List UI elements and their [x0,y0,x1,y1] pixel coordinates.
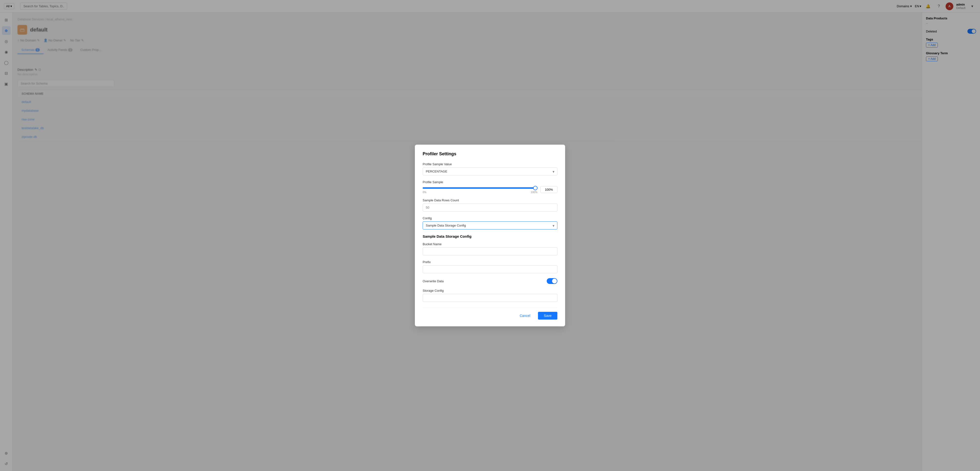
cancel-button[interactable]: Cancel [515,312,535,320]
overwrite-toggle-knob [552,278,557,283]
profile-sample-value-group: Profile Sample Value PERCENTAGE ROWS [423,162,557,175]
save-button[interactable]: Save [538,312,557,320]
overwrite-row: Overwrite Data [423,278,557,284]
overwrite-toggle[interactable] [547,278,557,284]
bucket-name-group: Bucket Name [423,242,557,255]
storage-config-section: Sample Data Storage Config Bucket Name P… [423,234,557,302]
storage-config-label: Storage Config [423,289,557,293]
profile-sample-value-select[interactable]: PERCENTAGE ROWS [423,167,557,175]
sample-data-rows-input[interactable] [423,204,557,212]
slider-value-box: 100% [540,186,557,193]
prefix-label: Prefix [423,260,557,264]
overwrite-group: Overwrite Data [423,278,557,284]
slider-row: 0% 100% 100% [423,185,557,194]
config-select-wrapper: Sample Data Storage Config [423,221,557,229]
profile-sample-value-wrapper: PERCENTAGE ROWS [423,167,557,175]
dialog-footer: Cancel Save [423,308,557,320]
profile-sample-value-label: Profile Sample Value [423,162,557,166]
profile-sample-slider[interactable] [423,187,538,189]
slider-container: 0% 100% [423,185,538,194]
profile-sample-label: Profile Sample [423,180,557,184]
dialog-title: Profiler Settings [423,151,557,156]
slider-labels: 0% 100% [423,191,538,194]
dialog-overlay: Profiler Settings Profile Sample Value P… [0,0,980,471]
profile-sample-group: Profile Sample 0% 100% 100% [423,180,557,194]
config-group: Config Sample Data Storage Config [423,216,557,229]
overwrite-data-label: Overwrite Data [423,279,444,283]
prefix-input[interactable] [423,265,557,273]
storage-config-group: Storage Config [423,289,557,302]
sample-data-rows-group: Sample Data Rows Count [423,199,557,212]
slider-max-label: 100% [531,191,538,194]
bucket-name-input[interactable] [423,247,557,255]
config-label: Config [423,216,557,220]
sample-data-rows-label: Sample Data Rows Count [423,199,557,202]
bucket-name-label: Bucket Name [423,242,557,246]
profiler-settings-dialog: Profiler Settings Profile Sample Value P… [415,145,565,326]
storage-config-input[interactable] [423,294,557,302]
slider-min-label: 0% [423,191,426,194]
prefix-group: Prefix [423,260,557,273]
config-select[interactable]: Sample Data Storage Config [423,221,557,229]
storage-config-title: Sample Data Storage Config [423,234,557,239]
